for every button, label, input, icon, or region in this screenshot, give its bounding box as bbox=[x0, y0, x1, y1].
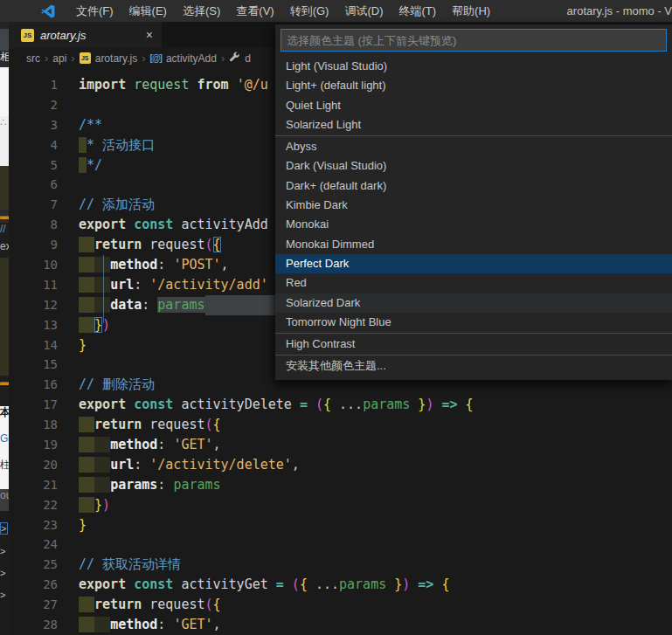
code-token bbox=[79, 477, 94, 493]
code-text: return request({ bbox=[79, 595, 221, 615]
theme-option[interactable]: Kimbie Dark bbox=[275, 196, 672, 215]
theme-option[interactable]: Solarized Light bbox=[275, 115, 672, 135]
breadcrumb-api[interactable]: api bbox=[52, 52, 66, 65]
code-text: }) bbox=[79, 495, 110, 515]
code-token: { bbox=[300, 576, 315, 592]
code-token: params bbox=[157, 297, 204, 313]
line-number: 10 bbox=[9, 255, 58, 275]
wrench-icon bbox=[229, 52, 240, 66]
background-fragment: >>>> bbox=[0, 511, 9, 635]
theme-option[interactable]: High Contrast bbox=[275, 335, 672, 354]
code-token: params bbox=[363, 397, 410, 412]
code-token: // 添加活动 bbox=[79, 197, 155, 212]
code-token: = bbox=[300, 397, 315, 412]
theme-option[interactable]: Light+ (default light) bbox=[275, 76, 672, 95]
code-line[interactable]: 17export const activityDelete = ({ ...pa… bbox=[9, 395, 672, 415]
menu-item[interactable]: 文件(F) bbox=[68, 0, 121, 22]
theme-search-input[interactable] bbox=[281, 29, 667, 52]
code-token: { bbox=[213, 597, 221, 612]
code-token: method bbox=[110, 257, 157, 273]
code-text: method: 'GET', bbox=[79, 615, 221, 635]
window-title: arotary.js - momo - V bbox=[567, 4, 672, 17]
code-token: : bbox=[142, 297, 157, 313]
code-token: { bbox=[433, 576, 449, 592]
code-line[interactable]: 28 method: 'GET', bbox=[9, 615, 672, 635]
theme-option[interactable]: Monokai bbox=[275, 215, 672, 234]
background-fragment: ex bbox=[0, 240, 9, 258]
code-token: params bbox=[110, 477, 157, 493]
menu-item[interactable]: 终端(T) bbox=[391, 0, 444, 22]
theme-option[interactable]: Monokai Dimmed bbox=[275, 235, 672, 254]
code-token bbox=[94, 297, 110, 313]
code-token bbox=[79, 457, 94, 473]
theme-option[interactable]: Solarized Dark bbox=[275, 293, 672, 313]
code-token: } bbox=[79, 517, 87, 533]
tab-arotary-js[interactable]: JS arotary.js × bbox=[9, 22, 162, 48]
code-text: } bbox=[79, 515, 87, 535]
code-token bbox=[79, 617, 94, 632]
theme-option[interactable]: Abyss bbox=[275, 137, 672, 156]
code-token: { bbox=[323, 397, 339, 412]
line-number: 3 bbox=[9, 115, 58, 135]
menu-item[interactable]: 编辑(E) bbox=[121, 0, 175, 22]
theme-option[interactable]: Tomorrow Night Blue bbox=[275, 313, 672, 332]
code-token bbox=[94, 437, 110, 452]
menu-item[interactable]: 选择(S) bbox=[175, 0, 228, 22]
code-token: activityAdd bbox=[181, 217, 267, 232]
code-line[interactable]: 27 return request({ bbox=[9, 595, 672, 615]
js-file-icon: JS bbox=[80, 52, 91, 64]
tab-close-icon[interactable]: × bbox=[146, 28, 153, 42]
code-line[interactable]: 22 }) bbox=[9, 495, 672, 515]
line-number: 21 bbox=[9, 475, 58, 495]
breadcrumb-file[interactable]: arotary.js bbox=[95, 52, 137, 65]
code-token bbox=[79, 237, 94, 252]
list-separator bbox=[275, 135, 672, 136]
code-line[interactable]: 25// 获取活动详情 bbox=[9, 555, 672, 575]
code-line[interactable]: 21 params: params bbox=[9, 475, 672, 495]
line-number: 14 bbox=[9, 335, 58, 355]
background-fragment: 本 bbox=[0, 406, 9, 432]
breadcrumb-partial[interactable]: d bbox=[245, 52, 251, 65]
code-line[interactable]: 20 url: '/activity/delete', bbox=[9, 455, 672, 475]
code-token: // 删除活动 bbox=[79, 376, 155, 392]
background-fragment: ▬ bbox=[0, 210, 9, 223]
code-line[interactable]: 26export const activityGet = ({ ...param… bbox=[9, 575, 672, 595]
code-token: => bbox=[433, 397, 457, 412]
theme-option[interactable]: Red bbox=[275, 273, 672, 293]
code-line[interactable]: 18 return request({ bbox=[9, 415, 672, 435]
theme-option[interactable]: 安装其他颜色主题... bbox=[275, 356, 672, 376]
theme-option[interactable]: Dark+ (default dark) bbox=[275, 176, 672, 196]
menu-item[interactable]: 帮助(H) bbox=[444, 0, 498, 22]
menu-item[interactable]: 查看(V) bbox=[228, 0, 281, 22]
code-token: export bbox=[79, 397, 134, 412]
line-number: 16 bbox=[9, 375, 58, 395]
code-text: method: 'GET', bbox=[79, 435, 221, 455]
code-line[interactable]: 23} bbox=[9, 515, 672, 535]
code-token: /** bbox=[79, 117, 102, 133]
menu-item[interactable]: 调试(D) bbox=[336, 0, 391, 22]
breadcrumb-src[interactable]: src bbox=[26, 52, 40, 65]
code-line[interactable]: 19 method: 'GET', bbox=[9, 435, 672, 455]
code-text: method: 'POST', bbox=[79, 255, 229, 275]
background-fragment: ∴ bbox=[0, 116, 9, 166]
code-token: method bbox=[110, 617, 157, 632]
theme-option[interactable]: Quiet Light bbox=[275, 96, 672, 115]
code-token: : bbox=[134, 457, 149, 473]
chevron-right-icon: › bbox=[71, 52, 74, 65]
code-token: = bbox=[276, 576, 292, 592]
breadcrumb-symbol[interactable]: activityAdd bbox=[166, 52, 217, 65]
line-number: 7 bbox=[9, 195, 58, 215]
line-number: 18 bbox=[9, 415, 58, 435]
background-window-sliver: 相∴▬//ex▬本Gi柱ou>>>> bbox=[0, 22, 9, 635]
theme-option[interactable]: Light (Visual Studio) bbox=[275, 57, 672, 76]
code-text: export const activityDelete = ({ ...para… bbox=[79, 395, 474, 415]
code-token: 'POST' bbox=[173, 257, 220, 273]
theme-option[interactable]: Perfect Dark bbox=[275, 254, 672, 273]
theme-option[interactable]: Dark (Visual Studio) bbox=[275, 156, 672, 176]
background-fragment: 相 bbox=[0, 51, 9, 67]
code-line[interactable]: 24 bbox=[9, 535, 672, 555]
line-number: 9 bbox=[9, 235, 58, 255]
line-number: 19 bbox=[9, 435, 58, 455]
line-number: 8 bbox=[9, 215, 58, 235]
menu-item[interactable]: 转到(G) bbox=[282, 0, 337, 22]
